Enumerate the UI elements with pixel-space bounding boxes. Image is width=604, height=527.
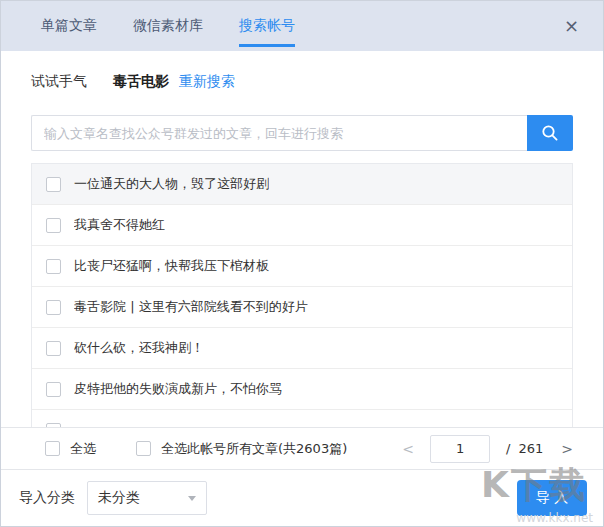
article-row[interactable]: 皮特把他的失败演成新片，不怕你骂 [32, 369, 572, 410]
article-row[interactable]: 我真舍不得她红 [32, 205, 572, 246]
account-name: 毒舌电影 [113, 73, 169, 91]
search-button[interactable] [527, 115, 573, 151]
page-total: 261 [518, 441, 543, 456]
dialog-body: 试试手气 毒舌电影 重新搜索 一位通天的大人物，毁了这部好剧我真舍不得她红比丧尸… [1, 51, 603, 427]
select-account-checkbox[interactable] [136, 441, 151, 456]
select-all-checkbox[interactable] [45, 441, 60, 456]
article-title: 我真舍不得她红 [74, 216, 165, 234]
article-checkbox[interactable] [46, 259, 61, 274]
article-title: 毒舌影院 | 这里有六部院线看不到的好片 [74, 298, 308, 316]
page-input[interactable] [430, 435, 490, 463]
article-checkbox[interactable] [46, 300, 61, 315]
category-value: 未分类 [98, 489, 140, 507]
search-bar [31, 115, 573, 151]
article-row[interactable]: 砍什么砍，还我神剧！ [32, 328, 572, 369]
tab-single-article[interactable]: 单篇文章 [41, 12, 97, 40]
select-all-label: 全选 [70, 440, 96, 458]
article-title: 一位通天的大人物，毁了这部好剧 [74, 175, 269, 193]
import-category-label: 导入分类 [19, 489, 75, 507]
research-link[interactable]: 重新搜索 [179, 73, 235, 91]
tab-search-account[interactable]: 搜索帐号 [239, 12, 295, 40]
tab-list: 单篇文章微信素材库搜索帐号 [41, 12, 560, 40]
close-icon[interactable]: × [560, 15, 583, 37]
tab-bar: 单篇文章微信素材库搜索帐号 × [1, 1, 603, 51]
search-input[interactable] [31, 115, 527, 151]
tab-wechat-material[interactable]: 微信素材库 [133, 12, 203, 40]
import-button[interactable]: 导 入 [517, 480, 587, 516]
pagination: < / 261 > [402, 435, 573, 463]
article-row[interactable]: 一位通天的大人物，毁了这部好剧 [32, 164, 572, 205]
article-checkbox[interactable] [46, 382, 61, 397]
import-bar: 导入分类 未分类 导 入 [1, 469, 603, 526]
article-checkbox[interactable] [46, 218, 61, 233]
article-title: 比丧尸还猛啊，快帮我压下棺材板 [74, 257, 269, 275]
next-page-icon[interactable]: > [561, 442, 573, 456]
category-select[interactable]: 未分类 [87, 481, 207, 515]
import-articles-dialog: 单篇文章微信素材库搜索帐号 × 试试手气 毒舌电影 重新搜索 一位通天的大人物，… [0, 0, 604, 527]
article-checkbox[interactable] [46, 177, 61, 192]
account-toolbar: 试试手气 毒舌电影 重新搜索 [31, 73, 573, 91]
article-title: 皮特把他的失败演成新片，不怕你骂 [74, 380, 282, 398]
magnifier-icon [541, 124, 559, 142]
try-luck-link[interactable]: 试试手气 [31, 73, 87, 91]
prev-page-icon[interactable]: < [402, 442, 414, 456]
page-separator: / [506, 441, 510, 456]
article-list: 一位通天的大人物，毁了这部好剧我真舍不得她红比丧尸还猛啊，快帮我压下棺材板毒舌影… [31, 163, 573, 427]
select-bar: 全选 全选此帐号所有文章(共2603篇) < / 261 > [1, 427, 603, 469]
article-checkbox[interactable] [46, 341, 61, 356]
chevron-down-icon [188, 496, 196, 501]
article-title: 砍什么砍，还我神剧！ [74, 339, 204, 357]
article-row[interactable] [32, 410, 572, 427]
select-account-label: 全选此帐号所有文章(共2603篇) [161, 440, 347, 458]
article-row[interactable]: 毒舌影院 | 这里有六部院线看不到的好片 [32, 287, 572, 328]
article-row[interactable]: 比丧尸还猛啊，快帮我压下棺材板 [32, 246, 572, 287]
